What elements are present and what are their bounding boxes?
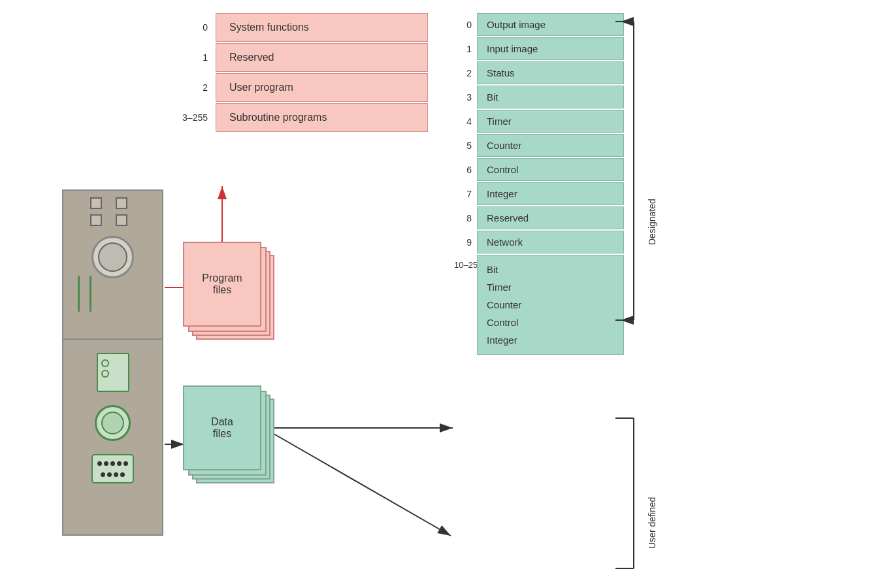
designated-text: Designated	[647, 199, 657, 246]
program-files-stack: Program files	[183, 242, 268, 346]
main-container: 0 System functions 1 Reserved 2 User pro…	[0, 0, 882, 588]
data-files-label-line1: Data	[211, 416, 233, 428]
user-defined-label: User defined	[647, 457, 657, 588]
arrow-data-to-table	[269, 431, 451, 536]
data-files-label-line2: files	[213, 428, 231, 440]
data-file-front: Data files	[183, 385, 261, 470]
arrows-svg	[0, 0, 882, 588]
data-files-stack: Data files	[183, 385, 268, 490]
designated-label: Designated	[647, 118, 657, 327]
program-files-label-line2: files	[213, 284, 231, 296]
program-files-label-line1: Program	[202, 272, 242, 284]
program-file-front: Program files	[183, 242, 261, 327]
user-defined-text: User defined	[647, 497, 657, 548]
